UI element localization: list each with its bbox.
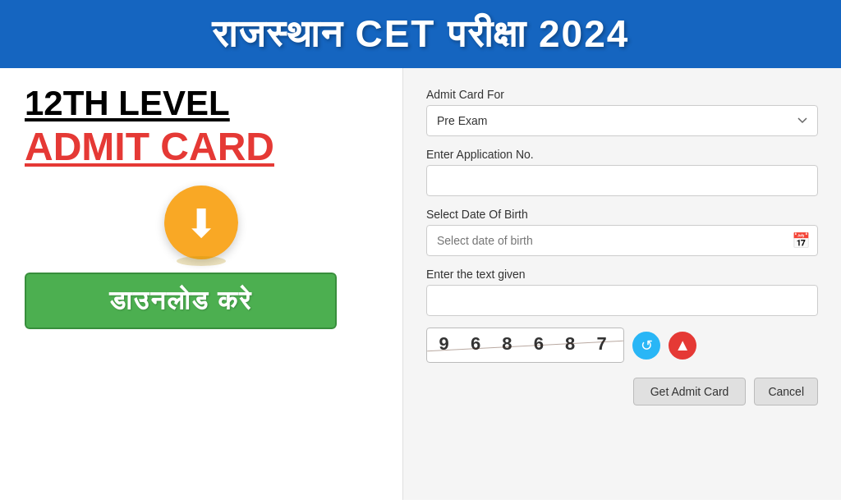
admit-card-for-group: Admit Card For Pre Exam Main Exam [426, 88, 818, 136]
dob-group: Select Date Of Birth 📅 [426, 208, 818, 256]
right-panel-form: Admit Card For Pre Exam Main Exam Enter … [402, 68, 841, 500]
admit-card-for-label: Admit Card For [426, 88, 818, 101]
cancel-button[interactable]: Cancel [754, 378, 818, 405]
admit-card-for-select[interactable]: Pre Exam Main Exam [426, 105, 818, 136]
left-panel: 12TH LEVEL ADMIT CARD ⬇ डाउनलोड करे [0, 68, 402, 500]
main-content: 12TH LEVEL ADMIT CARD ⬇ डाउनलोड करे Admi… [0, 68, 841, 500]
captcha-image: 9 6 8 6 8 7 [426, 328, 624, 363]
dob-input-wrap: 📅 [426, 225, 818, 256]
form-button-row: Get Admit Card Cancel [426, 378, 818, 405]
get-admit-card-button[interactable]: Get Admit Card [633, 378, 747, 405]
captcha-text-input[interactable] [426, 285, 818, 316]
captcha-row: 9 6 8 6 8 7 ↺ ▲ [426, 328, 818, 363]
download-icon-wrap: ⬇ [25, 186, 378, 259]
page-title: राजस्थान CET परीक्षा 2024 [212, 12, 630, 55]
dob-label: Select Date Of Birth [426, 208, 818, 221]
captcha-submit-button[interactable]: ▲ [669, 332, 696, 360]
application-no-input[interactable] [426, 165, 818, 196]
download-button[interactable]: डाउनलोड करे [25, 273, 337, 329]
admit-title: ADMIT CARD [25, 126, 274, 169]
application-no-group: Enter Application No. [426, 148, 818, 196]
level-title: 12TH LEVEL [25, 85, 230, 122]
captcha-refresh-button[interactable]: ↺ [632, 332, 660, 360]
application-no-label: Enter Application No. [426, 148, 818, 161]
captcha-text-label: Enter the text given [426, 268, 818, 281]
page-header: राजस्थान CET परीक्षा 2024 [0, 0, 841, 68]
dob-input[interactable] [426, 225, 818, 256]
download-circle-icon: ⬇ [164, 186, 238, 259]
download-arrow-icon: ⬇ [185, 204, 218, 244]
captcha-text-group: Enter the text given [426, 268, 818, 316]
